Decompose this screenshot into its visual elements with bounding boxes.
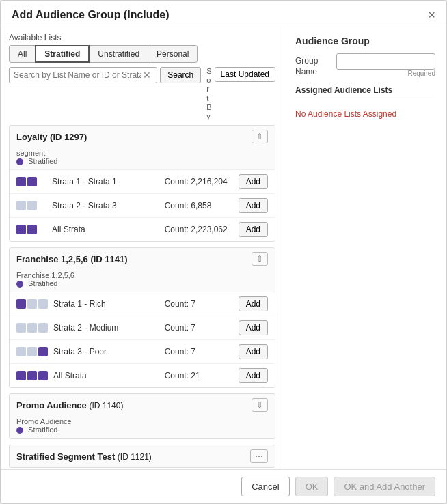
color-block	[16, 225, 26, 234]
color-blocks	[16, 371, 48, 380]
group-stratified-promo: Stratified	[16, 425, 268, 434]
table-row: Strata 2 - Medium Count: 7 Add	[10, 316, 275, 340]
strata-name: All Strata	[52, 225, 159, 234]
stratified-dot-promo	[16, 427, 23, 434]
toggle-loyalty[interactable]: ⇧	[252, 130, 268, 143]
strata-count: Count: 7	[165, 323, 233, 333]
strata-name: Strata 2 - Medium	[53, 323, 159, 333]
strata-count: Count: 6,858	[165, 201, 233, 210]
tab-row: All Stratified Unstratified Personal	[1, 45, 284, 67]
toggle-promo[interactable]: ⇩	[252, 398, 268, 412]
color-blocks	[16, 347, 48, 356]
strata-count: Count: 2,216,204	[165, 177, 233, 186]
add-strata-button[interactable]: Add	[239, 368, 268, 383]
group-header-franchise: Franchise 1,2,5,6 (ID 1141) ⇧	[10, 248, 275, 270]
group-title-segment-test: Stratified Segment Test (ID 1121)	[16, 451, 152, 462]
strata-name: All Strata	[53, 371, 159, 380]
table-row: Strata 1 - Strata 1 Count: 2,216,204 Add	[10, 170, 275, 194]
color-block	[38, 323, 48, 333]
color-block	[27, 177, 37, 186]
group-title-franchise: Franchise 1,2,5,6 (ID 1141)	[16, 254, 128, 264]
group-type-label-promo: Promo Audience	[16, 417, 268, 425]
clear-search-button[interactable]: ✕	[141, 70, 152, 81]
add-strata-button[interactable]: Add	[239, 296, 268, 311]
strata-name: Strata 1 - Strata 1	[52, 177, 159, 186]
strata-rows-loyalty: Strata 1 - Strata 1 Count: 2,216,204 Add…	[10, 170, 275, 241]
search-input[interactable]	[14, 70, 141, 80]
audience-group-segment-test: Stratified Segment Test (ID 1121) ⋯	[9, 445, 275, 468]
required-label: Required	[336, 70, 435, 77]
color-block	[16, 323, 26, 333]
strata-count: Count: 7	[165, 299, 233, 309]
list-area: Loyalty (ID 1297) ⇧ segment Stratified	[1, 125, 284, 469]
table-row: All Strata Count: 2,223,062 Add	[10, 218, 275, 241]
modal-body: Available Lists All Stratified Unstratif…	[1, 27, 446, 469]
add-strata-button[interactable]: Add	[239, 174, 268, 189]
color-block	[27, 323, 37, 333]
add-strata-button[interactable]: Add	[239, 198, 268, 213]
audience-group-section-title: Audience Group	[295, 36, 435, 46]
add-strata-button[interactable]: Add	[239, 222, 268, 237]
color-blocks	[16, 323, 48, 333]
right-panel: Audience Group GroupName Required Assign…	[284, 27, 446, 469]
toggle-franchise[interactable]: ⇧	[252, 252, 268, 266]
audience-group-loyalty: Loyalty (ID 1297) ⇧ segment Stratified	[9, 125, 275, 242]
close-button[interactable]: ×	[428, 9, 435, 21]
tab-unstratified[interactable]: Unstratified	[89, 45, 148, 63]
no-lists-text: No Audience Lists Assigned	[295, 104, 435, 124]
color-block	[27, 299, 37, 309]
group-header-loyalty: Loyalty (ID 1297) ⇧	[10, 126, 275, 148]
table-row: All Strata Count: 21 Add	[10, 364, 275, 387]
strata-count: Count: 2,223,062	[165, 225, 233, 234]
strata-name: Strata 2 - Strata 3	[52, 201, 159, 210]
color-block	[16, 177, 26, 186]
add-strata-button[interactable]: Add	[239, 344, 268, 359]
color-block	[27, 347, 37, 356]
color-block	[16, 371, 26, 380]
last-updated-button[interactable]: Last Updated	[215, 67, 275, 82]
modal-title: Add Audience Group (Include)	[12, 9, 170, 21]
color-block	[38, 299, 48, 309]
group-title-loyalty: Loyalty (ID 1297)	[16, 132, 87, 142]
group-type-label-loyalty: segment	[16, 149, 268, 157]
tab-personal[interactable]: Personal	[148, 45, 198, 63]
tab-stratified[interactable]: Stratified	[35, 45, 90, 63]
modal: Add Audience Group (Include) × Available…	[0, 0, 447, 504]
cancel-button[interactable]: Cancel	[241, 477, 289, 496]
group-name-input[interactable]	[336, 53, 435, 70]
strata-count: Count: 21	[165, 371, 233, 380]
color-block	[16, 347, 26, 356]
strata-count: Count: 7	[165, 347, 233, 356]
assigned-title: Assigned Audience Lists	[295, 85, 435, 98]
group-meta-franchise: Franchise 1,2,5,6 Stratified	[10, 270, 275, 292]
form-row-group-name: GroupName Required	[295, 53, 435, 77]
toggle-segment-test[interactable]: ⋯	[250, 449, 268, 463]
group-header-segment-test: Stratified Segment Test (ID 1121) ⋯	[10, 445, 275, 467]
group-type-label-franchise: Franchise 1,2,5,6	[16, 271, 268, 279]
group-stratified-franchise: Stratified	[16, 279, 268, 288]
table-row: Strata 2 - Strata 3 Count: 6,858 Add	[10, 194, 275, 218]
tab-all[interactable]: All	[9, 45, 36, 63]
modal-header: Add Audience Group (Include) ×	[1, 1, 446, 27]
ok-button[interactable]: OK	[295, 477, 329, 496]
color-block	[27, 371, 37, 380]
stratified-dot-franchise	[16, 281, 23, 288]
available-lists-label: Available Lists	[1, 27, 284, 45]
color-block	[27, 225, 37, 234]
group-name-label: GroupName	[295, 53, 336, 77]
color-blocks	[16, 177, 46, 186]
color-blocks	[16, 201, 46, 210]
left-panel: Available Lists All Stratified Unstratif…	[1, 27, 284, 469]
strata-rows-franchise: Strata 1 - Rich Count: 7 Add Strata 2 - …	[10, 292, 275, 387]
color-block	[38, 371, 48, 380]
color-block	[38, 347, 48, 356]
search-button[interactable]: Search	[160, 67, 201, 83]
color-blocks	[16, 299, 48, 309]
stratified-dot-loyalty	[16, 158, 23, 165]
color-block	[16, 299, 26, 309]
group-meta-loyalty: segment Stratified	[10, 148, 275, 170]
add-strata-button[interactable]: Add	[239, 320, 268, 335]
search-input-wrap: ✕	[9, 67, 157, 83]
audience-group-promo: Promo Audience (ID 1140) ⇩ Promo Audienc…	[9, 393, 275, 439]
ok-add-another-button[interactable]: OK and Add Another	[334, 477, 435, 496]
